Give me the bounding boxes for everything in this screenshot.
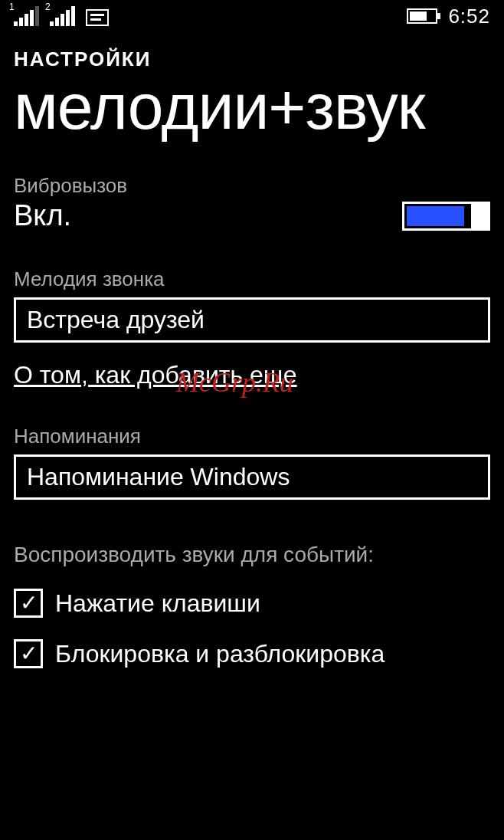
checkbox-keypress[interactable]: ✓ (14, 589, 43, 618)
reminders-select[interactable]: Напоминание Windows (14, 454, 490, 500)
ringtone-label: Мелодия звонка (14, 267, 490, 291)
vibrate-state: Вкл. (14, 199, 71, 232)
clock: 6:52 (448, 5, 490, 28)
sim1-label: 1 (9, 2, 15, 12)
vibrate-label: Вибровызов (14, 174, 490, 198)
page-title: мелодии+звук (14, 74, 490, 139)
checkbox-lock-label: Блокировка и разблокировка (55, 640, 385, 668)
battery-icon (407, 8, 437, 24)
status-right: 6:52 (407, 5, 490, 28)
add-more-link[interactable]: О том, как добавить еще (14, 361, 297, 389)
checkbox-row-keypress[interactable]: ✓ Нажатие клавиши (14, 589, 490, 618)
signal-sim1-icon: 1 (14, 6, 39, 26)
checkbox-lock[interactable]: ✓ (14, 639, 43, 668)
status-bar: 1 2 6:52 (0, 0, 504, 31)
checkbox-row-lock[interactable]: ✓ Блокировка и разблокировка (14, 639, 490, 668)
events-header: Воспроизводить звуки для событий: (14, 543, 490, 567)
vibrate-toggle[interactable] (402, 202, 490, 231)
message-icon (86, 9, 109, 26)
ringtone-select[interactable]: Встреча друзей (14, 297, 490, 343)
status-left: 1 2 (14, 6, 109, 26)
reminders-label: Напоминания (14, 425, 490, 448)
signal-sim2-icon: 2 (50, 6, 75, 26)
checkbox-keypress-label: Нажатие клавиши (55, 589, 260, 618)
sim2-label: 2 (45, 2, 51, 12)
breadcrumb: НАСТРОЙКИ (14, 48, 490, 71)
